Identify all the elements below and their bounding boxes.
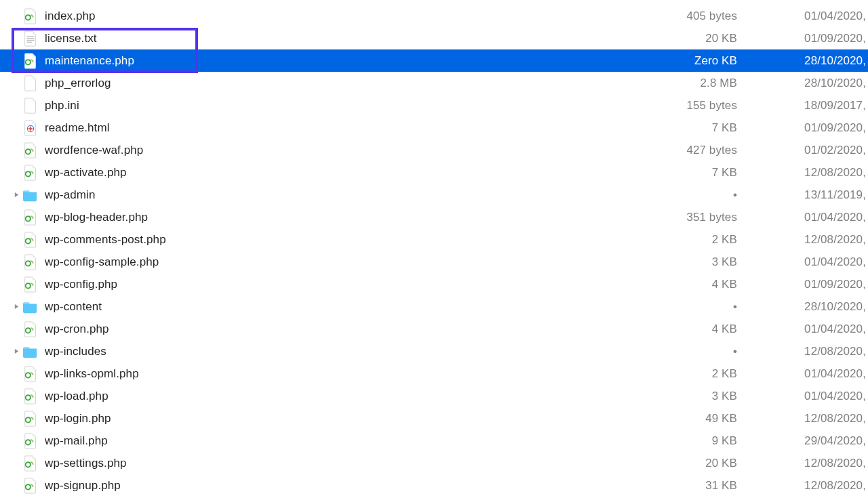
file-date: 01/04/2020, <box>753 255 868 269</box>
svg-rect-1 <box>26 38 34 39</box>
file-name[interactable]: php_errorlog <box>45 77 665 90</box>
file-date: 01/04/2020, <box>753 390 868 403</box>
file-size: 3 KB <box>665 390 753 403</box>
disclosure-triangle-icon[interactable] <box>11 192 22 198</box>
php-file-icon <box>23 232 38 247</box>
file-name[interactable]: wp-signup.php <box>45 479 665 493</box>
php-file-icon <box>23 434 38 449</box>
file-size: 2.8 MB <box>665 77 753 90</box>
file-row[interactable]: wp-signup.php31 KB12/08/2020, <box>0 474 868 497</box>
file-name[interactable]: wp-config.php <box>45 278 665 291</box>
file-date: 12/08/2020, <box>753 457 868 470</box>
html-file-icon <box>23 121 38 136</box>
file-size: • <box>665 188 753 202</box>
file-row[interactable]: wp-login.php49 KB12/08/2020, <box>0 407 868 430</box>
file-name[interactable]: index.php <box>45 9 665 23</box>
file-name[interactable]: wp-activate.php <box>45 166 665 180</box>
php-file-icon <box>23 389 38 404</box>
file-row[interactable]: license.txt20 KB01/09/2020, <box>0 27 868 49</box>
file-date: 18/09/2017, <box>753 99 868 112</box>
file-size: 427 bytes <box>665 144 753 157</box>
file-row[interactable]: wp-cron.php4 KB01/04/2020, <box>0 318 868 340</box>
file-row[interactable]: wp-comments-post.php2 KB12/08/2020, <box>0 228 868 251</box>
php-file-icon <box>23 165 38 180</box>
folder-file-icon <box>23 188 38 203</box>
file-row[interactable]: wp-config.php4 KB01/09/2020, <box>0 273 868 295</box>
file-date: 29/04/2020, <box>753 434 868 448</box>
file-date: 12/08/2020, <box>753 479 868 493</box>
file-name[interactable]: wp-cron.php <box>45 322 665 336</box>
php-file-icon <box>23 9 38 24</box>
file-row[interactable]: maintenance.phpZero KB28/10/2020, <box>0 49 868 72</box>
file-row[interactable]: index.php405 bytes01/04/2020, <box>0 5 868 27</box>
file-row[interactable]: wp-includes•12/08/2020, <box>0 340 868 362</box>
disclosure-triangle-icon[interactable] <box>11 304 22 310</box>
file-row[interactable]: wp-blog-header.php351 bytes01/04/2020, <box>0 206 868 228</box>
file-row[interactable]: php.ini155 bytes18/09/2017, <box>0 94 868 117</box>
file-date: 01/04/2020, <box>753 211 868 224</box>
file-date: 12/08/2020, <box>753 412 868 425</box>
file-size: 4 KB <box>665 278 753 291</box>
file-row[interactable]: wp-links-opml.php2 KB01/04/2020, <box>0 362 868 385</box>
file-name[interactable]: wp-config-sample.php <box>45 255 665 269</box>
folder-file-icon <box>23 344 38 359</box>
file-name[interactable]: maintenance.php <box>45 54 665 68</box>
file-row[interactable]: wp-admin•13/11/2019, <box>0 184 868 206</box>
file-name[interactable]: wp-blog-header.php <box>45 211 665 224</box>
php-file-icon <box>23 478 38 493</box>
php-file-icon <box>23 277 38 292</box>
file-date: 01/09/2020, <box>753 32 868 45</box>
file-name[interactable]: license.txt <box>45 32 665 45</box>
file-row[interactable]: wordfence-waf.php427 bytes01/02/2020, <box>0 139 868 161</box>
file-name[interactable]: wp-admin <box>45 188 665 202</box>
file-name[interactable]: readme.html <box>45 121 665 135</box>
file-size: 3 KB <box>665 255 753 269</box>
file-row[interactable]: wp-activate.php7 KB12/08/2020, <box>0 161 868 184</box>
file-name[interactable]: wp-links-opml.php <box>45 367 665 381</box>
file-size: Zero KB <box>665 54 753 68</box>
file-date: 28/10/2020, <box>753 77 868 90</box>
file-name[interactable]: wp-includes <box>45 345 665 358</box>
file-row[interactable]: wp-content•28/10/2020, <box>0 295 868 318</box>
file-date: 01/04/2020, <box>753 322 868 336</box>
file-size: 7 KB <box>665 121 753 135</box>
file-name[interactable]: wp-login.php <box>45 412 665 425</box>
php-file-icon <box>23 367 38 381</box>
file-size: • <box>665 345 753 358</box>
file-name[interactable]: wp-mail.php <box>45 434 665 448</box>
file-row[interactable]: wp-mail.php9 KB29/04/2020, <box>0 430 868 452</box>
file-name[interactable]: wp-comments-post.php <box>45 233 665 247</box>
file-name[interactable]: wordfence-waf.php <box>45 144 665 157</box>
file-name[interactable]: wp-load.php <box>45 390 665 403</box>
folder-file-icon <box>23 299 38 314</box>
file-size: 2 KB <box>665 367 753 381</box>
file-row[interactable]: php_errorlog2.8 MB28/10/2020, <box>0 72 868 94</box>
php-file-icon <box>23 411 38 426</box>
file-date: 28/10/2020, <box>753 300 868 314</box>
file-name[interactable]: wp-content <box>45 300 665 314</box>
file-size: 20 KB <box>665 32 753 45</box>
file-date: 01/04/2020, <box>753 367 868 381</box>
php-file-icon <box>23 54 38 68</box>
file-row[interactable]: readme.html7 KB01/09/2020, <box>0 117 868 139</box>
blank-file-icon <box>23 76 38 91</box>
file-size: 155 bytes <box>665 99 753 112</box>
file-date: 13/11/2019, <box>753 188 868 202</box>
file-row[interactable]: wp-load.php3 KB01/04/2020, <box>0 385 868 407</box>
file-size: 9 KB <box>665 434 753 448</box>
txt-file-icon <box>23 31 38 46</box>
file-size: 49 KB <box>665 412 753 425</box>
file-name[interactable]: php.ini <box>45 99 665 112</box>
file-name[interactable]: wp-settings.php <box>45 457 665 470</box>
file-row[interactable]: wp-settings.php20 KB12/08/2020, <box>0 452 868 474</box>
file-size: • <box>665 300 753 314</box>
disclosure-triangle-icon[interactable] <box>11 348 22 354</box>
file-list: index.php405 bytes01/04/2020,license.txt… <box>0 0 868 497</box>
file-row[interactable]: wp-config-sample.php3 KB01/04/2020, <box>0 251 868 273</box>
php-file-icon <box>23 143 38 158</box>
svg-rect-0 <box>26 36 34 37</box>
php-file-icon <box>23 322 38 337</box>
file-date: 01/02/2020, <box>753 144 868 157</box>
file-date: 01/04/2020, <box>753 9 868 23</box>
file-date: 28/10/2020, <box>753 54 868 68</box>
